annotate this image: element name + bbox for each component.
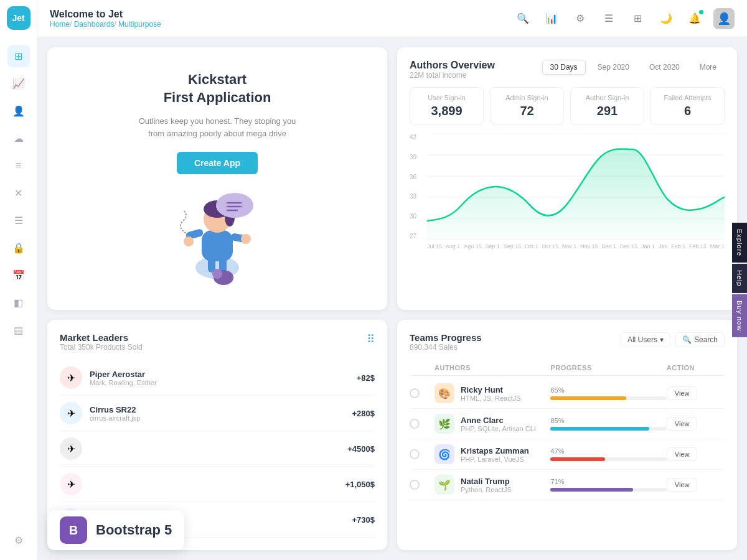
sidebar-item-user[interactable]: 👤 [7, 100, 30, 122]
teams-search-box[interactable]: 🔍 Search [675, 332, 725, 347]
teams-filter-select[interactable]: All Users ▾ [621, 332, 670, 347]
sidebar: Jet ⊞ 📈 👤 ☁ ≡ ✕ ☰ 🔒 📅 ◧ ▤ ⚙ [0, 0, 37, 560]
market-item-name: Cirrus SR22 [90, 405, 140, 414]
teams-table-header: AUTHORS PROGRESS ACTION [410, 360, 725, 376]
view-button[interactable]: View [667, 417, 698, 431]
row-checkbox[interactable] [410, 419, 420, 429]
market-item-amount: +4500$ [347, 444, 375, 454]
stat-user-signin-label: User Sign-in [419, 94, 474, 101]
authors-title: Authors Overview [410, 60, 495, 71]
col-progress: PROGRESS [550, 364, 666, 371]
team-action-cell: View [667, 417, 725, 431]
sidebar-settings-icon[interactable]: ⚙ [7, 529, 30, 551]
sidebar-item-list[interactable]: ≡ [7, 154, 30, 177]
progress-label: 47% [550, 447, 666, 455]
progress-bar-wrap [550, 427, 666, 431]
market-item-sub: Mark, Rowling, Esther [90, 379, 157, 386]
teams-title: Teams Progress [410, 332, 482, 343]
row-checkbox[interactable] [410, 388, 420, 398]
buy-now-button[interactable]: Buy now [732, 294, 747, 337]
grid-icon[interactable]: ⊞ [627, 9, 647, 29]
menu-icon[interactable]: ☰ [599, 9, 619, 29]
create-app-button[interactable]: Create App [177, 152, 258, 174]
market-subtitle: Total 350k Products Sold [60, 343, 143, 352]
team-skills: PHP, Laravel, VueJS [461, 455, 529, 463]
settings-icon[interactable]: ⚙ [570, 9, 590, 29]
team-progress-cell: 65% [550, 386, 666, 400]
sidebar-item-cloud[interactable]: ☁ [7, 127, 30, 149]
progress-bar-wrap [550, 488, 666, 492]
breadcrumb-dashboards[interactable]: Dashboards [74, 20, 115, 29]
sidebar-item-menu[interactable]: ☰ [7, 209, 30, 231]
svg-point-10 [241, 234, 251, 244]
list-item: ✈ Cirrus SR22 cirrus-aircraft.jsp +280$ [60, 396, 375, 431]
team-avatar: 🌿 [435, 414, 454, 434]
authors-header: Authors Overview 22M total income 30 Day… [410, 60, 725, 80]
team-progress-cell: 71% [550, 478, 666, 492]
chart-icon[interactable]: 📊 [542, 9, 561, 29]
tab-more[interactable]: More [692, 60, 725, 75]
teams-filter-label: All Users [627, 335, 657, 344]
row-checkbox[interactable] [410, 480, 420, 490]
theme-icon[interactable]: 🌙 [656, 9, 676, 29]
avatar[interactable]: 👤 [713, 8, 735, 29]
sidebar-item-template[interactable]: ▤ [7, 319, 30, 341]
page-title: Welcome to Jet [50, 9, 513, 20]
sidebar-item-calendar[interactable]: 📅 [7, 264, 30, 286]
stat-user-signin-value: 3,899 [419, 104, 474, 118]
breadcrumb-current: Multipurpose [118, 20, 161, 29]
team-action-cell: View [667, 478, 725, 492]
teams-progress-card: Teams Progress 890,344 Sales All Users ▾… [397, 320, 737, 550]
more-options-icon[interactable]: ⠿ [367, 332, 375, 346]
chart-y-labels: 423936333027 [410, 134, 425, 240]
bootstrap-badge[interactable]: B Bootstrap 5 [47, 510, 184, 550]
explore-button[interactable]: Explore [732, 223, 747, 263]
market-item-icon: ✈ [60, 473, 82, 495]
stat-failed-attempts: Failed Attempts 6 [651, 87, 725, 125]
stat-admin-signin-label: Admin Sign-in [499, 94, 555, 101]
help-button[interactable]: Help [732, 264, 747, 293]
list-item: ✈ Piper Aerostar Mark, Rowling, Esther +… [60, 360, 375, 396]
market-item-sub: cirrus-aircraft.jsp [90, 414, 140, 422]
sidebar-item-chart[interactable]: 📈 [7, 72, 30, 95]
stat-author-signin-label: Author Sign-in [580, 94, 635, 101]
row-checkbox[interactable] [410, 449, 420, 459]
team-skills: PHP, SQLite, Artisan CLI [461, 425, 536, 432]
table-row: 🌱 Natali Trump Python, ReactJS 71% View [410, 470, 725, 500]
app-logo[interactable]: Jet [7, 6, 31, 30]
sidebar-item-grid[interactable]: ⊞ [7, 45, 30, 67]
sidebar-item-cancel[interactable]: ✕ [7, 182, 30, 204]
teams-title-block: Teams Progress 890,344 Sales [410, 332, 482, 352]
col-checkbox [410, 364, 435, 371]
svg-point-9 [184, 236, 194, 246]
kickstart-desc: Outlines keep you honest. They stoping y… [136, 115, 298, 139]
stats-row: User Sign-in 3,899 Admin Sign-in 72 Auth… [410, 87, 725, 125]
list-item: ✈ +1,050$ [60, 467, 375, 502]
tab-oct2020[interactable]: Oct 2020 [641, 60, 688, 75]
table-row: 🌿 Anne Clarc PHP, SQLite, Artisan CLI 85… [410, 409, 725, 439]
bootstrap-label: Bootstrap 5 [96, 522, 172, 538]
breadcrumb-home[interactable]: Home [50, 20, 70, 29]
team-name: Anne Clarc [461, 416, 536, 425]
tab-30days[interactable]: 30 Days [542, 60, 586, 75]
header-actions: 🔍 📊 ⚙ ☰ ⊞ 🌙 🔔 👤 [513, 8, 735, 29]
authors-subtitle: 22M total income [410, 71, 495, 80]
teams-subtitle: 890,344 Sales [410, 343, 482, 352]
market-item-info: Piper Aerostar Mark, Rowling, Esther [90, 370, 157, 386]
stat-admin-signin-value: 72 [499, 104, 555, 118]
tab-sep2020[interactable]: Sep 2020 [590, 60, 637, 75]
view-button[interactable]: View [667, 478, 698, 492]
progress-bar [550, 427, 649, 431]
sidebar-item-lock[interactable]: 🔒 [7, 236, 30, 259]
sidebar-item-layers[interactable]: ◧ [7, 291, 30, 314]
team-progress-cell: 85% [550, 417, 666, 431]
search-icon[interactable]: 🔍 [513, 9, 533, 29]
progress-bar [550, 457, 605, 461]
view-button[interactable]: View [667, 386, 698, 400]
view-button[interactable]: View [667, 447, 698, 461]
notification-icon[interactable]: 🔔 [685, 9, 705, 29]
market-item-icon: ✈ [60, 402, 82, 424]
market-header: Market Leaders Total 350k Products Sold … [60, 332, 375, 352]
table-row: 🌀 Kristaps Zumman PHP, Laravel, VueJS 47… [410, 439, 725, 470]
content: KickstartFirst Application Outlines keep… [37, 37, 747, 560]
